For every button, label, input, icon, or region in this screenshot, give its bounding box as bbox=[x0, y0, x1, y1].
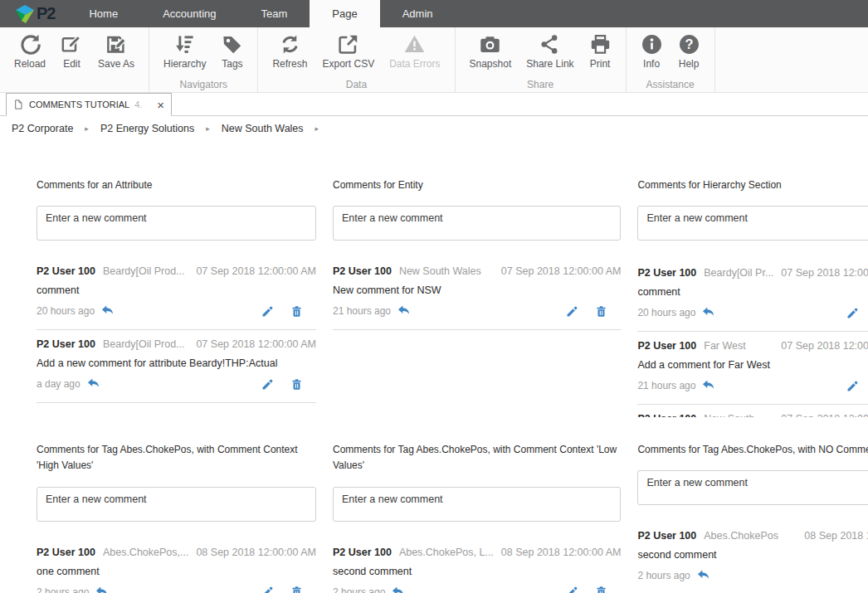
reply-icon[interactable] bbox=[95, 585, 110, 593]
reply-icon[interactable] bbox=[696, 568, 711, 583]
new-comment-input[interactable] bbox=[637, 470, 868, 505]
reply-icon[interactable] bbox=[701, 378, 716, 393]
tab-comments-tutorial[interactable]: COMMENTS TUTORIAL 4. × bbox=[6, 93, 172, 116]
delete-comment-icon[interactable] bbox=[290, 378, 303, 391]
new-comment-input[interactable] bbox=[333, 206, 621, 241]
comment-text: Add a new comment for attribute Beardy!T… bbox=[37, 357, 316, 369]
comment-item: P2 User 100 Beardy[Oil Pr... 07 Sep 2018… bbox=[637, 257, 868, 332]
comment-text: Add a comment for Far West bbox=[637, 359, 868, 371]
hierarchy-button[interactable]: Hierarchy bbox=[156, 32, 213, 71]
reply-icon[interactable] bbox=[100, 304, 115, 318]
share-link-button[interactable]: Share Link bbox=[519, 32, 581, 71]
comment-time-ago: 21 hours ago bbox=[333, 305, 391, 317]
delete-comment-icon[interactable] bbox=[290, 305, 303, 318]
tab-title-truncated: 4. bbox=[134, 100, 142, 109]
help-button[interactable]: Help bbox=[671, 32, 708, 71]
reply-icon[interactable] bbox=[391, 585, 406, 593]
panel-title: Comments for Entity bbox=[333, 177, 621, 193]
edit-comment-icon[interactable] bbox=[566, 305, 578, 318]
comment-item: P2 User 100 New South... 07 Sep 2018 12:… bbox=[637, 405, 868, 417]
nav-item-home[interactable]: Home bbox=[66, 0, 140, 27]
export-csv-button[interactable]: Export CSV bbox=[315, 32, 382, 71]
comment-context: Beardy[Oil Prod... bbox=[103, 265, 185, 277]
nav-item-admin[interactable]: Admin bbox=[380, 0, 456, 27]
refresh-button[interactable]: Refresh bbox=[265, 32, 315, 71]
comment-item: P2 User 100 Far West 07 Sep 2018 12:00:0… bbox=[637, 332, 868, 405]
chevron-right-icon: ▸ bbox=[206, 124, 210, 133]
comment-user: P2 User 100 bbox=[637, 413, 696, 417]
tab-title: COMMENTS TUTORIAL bbox=[29, 100, 129, 109]
edit-comment-icon[interactable] bbox=[261, 378, 274, 391]
warning-icon bbox=[403, 33, 426, 56]
printer-icon bbox=[589, 33, 612, 56]
close-icon[interactable]: × bbox=[157, 99, 164, 111]
new-comment-input[interactable] bbox=[333, 487, 621, 522]
comment-context: Abes.ChokePos, L... bbox=[399, 547, 494, 558]
panel-title: Comments for Tag Abes.ChokePos, with NO … bbox=[637, 442, 868, 458]
comment-text: comment bbox=[637, 286, 868, 298]
edit-comment-icon[interactable] bbox=[846, 380, 859, 392]
delete-comment-icon[interactable] bbox=[595, 586, 607, 593]
comment-list: P2 User 100 Abes.ChokePos,... 08 Sep 201… bbox=[37, 538, 316, 593]
export-csv-label: Export CSV bbox=[322, 58, 374, 70]
info-button[interactable]: Info bbox=[633, 32, 671, 71]
breadcrumb-item-p2-corporate[interactable]: P2 Corporate bbox=[12, 123, 73, 134]
comment-context: Abes.ChokePos bbox=[704, 530, 778, 542]
comment-item: P2 User 100 Beardy[Oil Prod... 07 Sep 20… bbox=[37, 257, 316, 330]
nav-item-accounting[interactable]: Accounting bbox=[140, 0, 238, 27]
tags-icon bbox=[221, 33, 243, 56]
chevron-right-icon: ▸ bbox=[85, 124, 89, 133]
comment-datetime: 08 Sep 2018 12:00:00 AM bbox=[804, 530, 868, 542]
panel-tag-low-values-comments: Comments for Tag Abes.ChokePos, with Com… bbox=[333, 442, 621, 593]
comment-list: P2 User 100 New South Wales 07 Sep 2018 … bbox=[333, 257, 621, 330]
save-as-label: Save As bbox=[98, 58, 134, 70]
print-button[interactable]: Print bbox=[582, 32, 619, 71]
comment-user: P2 User 100 bbox=[333, 265, 392, 277]
breadcrumb: P2 Corporate ▸ P2 Energy Solutions ▸ New… bbox=[0, 116, 868, 141]
tags-button[interactable]: Tags bbox=[213, 32, 251, 71]
export-csv-icon bbox=[337, 33, 359, 56]
edit-comment-icon[interactable] bbox=[261, 586, 274, 593]
group-label-share: Share bbox=[456, 79, 626, 90]
comment-context: Far West bbox=[704, 340, 745, 352]
help-label: Help bbox=[679, 58, 700, 70]
comment-text: one comment bbox=[37, 566, 316, 577]
edit-button[interactable]: Edit bbox=[53, 32, 90, 71]
nav-item-page[interactable]: Page bbox=[310, 0, 379, 27]
comment-context: New South Wales bbox=[399, 265, 481, 277]
comment-time-ago: 2 hours ago bbox=[637, 570, 690, 581]
reply-icon[interactable] bbox=[86, 377, 101, 391]
delete-comment-icon[interactable] bbox=[595, 305, 607, 318]
comment-time-ago: 20 hours ago bbox=[637, 307, 695, 318]
new-comment-input[interactable] bbox=[637, 206, 868, 241]
breadcrumb-item-new-south-wales[interactable]: New South Wales bbox=[222, 123, 304, 134]
edit-comment-icon[interactable] bbox=[261, 305, 274, 318]
breadcrumb-item-p2-energy-solutions[interactable]: P2 Energy Solutions bbox=[100, 123, 194, 134]
p2-logo: P2 bbox=[0, 0, 66, 27]
reply-icon[interactable] bbox=[701, 305, 716, 320]
save-as-button[interactable]: Save As bbox=[90, 32, 142, 71]
reload-label: Reload bbox=[14, 58, 46, 70]
reply-icon[interactable] bbox=[397, 304, 412, 318]
snapshot-button[interactable]: Snapshot bbox=[462, 32, 519, 71]
edit-comment-icon[interactable] bbox=[566, 586, 578, 593]
ribbon-group-file: Reload Edit Save As bbox=[0, 27, 149, 92]
hierarchy-icon bbox=[173, 33, 196, 56]
comment-time-ago: 20 hours ago bbox=[37, 305, 95, 317]
edit-comment-icon[interactable] bbox=[846, 307, 859, 319]
new-comment-input[interactable] bbox=[37, 487, 316, 522]
new-comment-input[interactable] bbox=[37, 206, 316, 241]
refresh-label: Refresh bbox=[272, 58, 307, 70]
comment-text: second comment bbox=[333, 566, 621, 577]
comment-item: P2 User 100 Beardy[Oil Prod... 07 Sep 20… bbox=[37, 330, 316, 403]
reload-button[interactable]: Reload bbox=[7, 32, 53, 71]
nav-item-team[interactable]: Team bbox=[238, 0, 310, 27]
ribbon-group-navigators: Hierarchy Tags Navigators bbox=[149, 27, 258, 92]
comment-time-ago: 2 hours ago bbox=[37, 586, 89, 593]
comment-item: P2 User 100 Abes.ChokePos, L... 08 Sep 2… bbox=[333, 538, 621, 593]
comment-item: P2 User 100 Abes.ChokePos,... 08 Sep 201… bbox=[37, 538, 316, 593]
ribbon-group-data: Refresh Export CSV Data Errors Data bbox=[258, 27, 455, 92]
delete-comment-icon[interactable] bbox=[290, 586, 303, 593]
comment-text: second comment bbox=[637, 549, 868, 561]
comment-datetime: 07 Sep 2018 12:00:00 AM bbox=[196, 265, 316, 277]
